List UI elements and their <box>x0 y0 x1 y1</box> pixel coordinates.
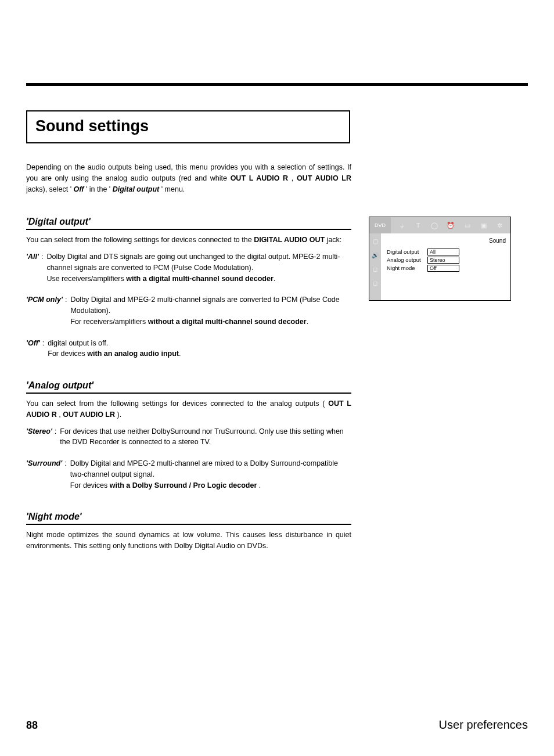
osd-row-label: Digital output <box>387 249 427 256</box>
osd-row: Digital output All <box>387 249 506 256</box>
section-heading: 'Night mode' <box>26 512 351 525</box>
osd-panel-title: Sound <box>387 237 506 245</box>
intro-bold: OUT AUDIO LR <box>297 174 351 182</box>
antenna-icon: ⏚ <box>398 221 406 229</box>
intro-text: , <box>292 174 297 182</box>
osd-top-toolbar: ⏚ T ◯ ⏰ ▭ ▣ ✲ <box>391 217 510 233</box>
video-icon: ▢ <box>371 237 379 245</box>
intro-italic: Digital output <box>113 185 160 193</box>
tuner-icon: T <box>414 221 422 229</box>
timer-icon: ⏰ <box>447 221 455 229</box>
colon: : <box>63 294 70 327</box>
definition-term: 'Stereo' <box>26 426 52 448</box>
section-heading: 'Analog output' <box>26 380 351 394</box>
speaker-icon: 🔊 <box>371 251 379 259</box>
page-title-box: Sound settings <box>26 110 350 143</box>
definition-item: 'Off' : digital output is off. For devic… <box>26 338 351 360</box>
definition-desc: Dolby Digital and MPEG-2 multi-channel a… <box>70 458 351 491</box>
osd-screenshot: DVD ⏚ T ◯ ⏰ ▭ ▣ ✲ ▢ 🔊 ◻ ◻ <box>369 217 511 301</box>
definition-item: 'All' : Dolby Digital and DTS signals ar… <box>26 251 351 284</box>
definition-term: 'Off' <box>26 338 40 360</box>
osd-side-toolbar: ▢ 🔊 ◻ ◻ <box>369 233 381 300</box>
definition-desc: digital output is off. For devices with … <box>48 338 181 360</box>
footer-section-title: User preferences <box>439 718 528 732</box>
setup-icon: ◻ <box>371 279 379 287</box>
colon: : <box>62 458 70 491</box>
section-night-mode: 'Night mode' Night mode optimizes the so… <box>26 512 351 552</box>
section-intro: You can select from the following settin… <box>26 398 351 420</box>
section-heading: 'Digital output' <box>26 217 351 230</box>
osd-row: Night mode Off <box>387 265 506 272</box>
page-title: Sound settings <box>35 117 337 135</box>
page-footer: 88 User preferences <box>26 718 528 732</box>
intro-text: ' menu. <box>161 185 185 193</box>
definition-item: 'PCM only' : Dolby Digital and MPEG-2 mu… <box>26 294 351 327</box>
osd-row: Analog output Stereo <box>387 257 506 264</box>
osd-row-label: Analog output <box>387 257 427 264</box>
section-body: Night mode optimizes the sound dynamics … <box>26 530 351 552</box>
intro-bold: OUT L AUDIO R <box>231 174 289 182</box>
definition-item: 'Stereo' : For devices that use neither … <box>26 426 351 448</box>
intro-text: jacks), select ' <box>26 185 71 193</box>
disc-icon: ◯ <box>430 221 438 229</box>
section-digital-output: 'Digital output' You can select from the… <box>26 217 351 359</box>
section-intro: You can select from the following settin… <box>26 235 351 246</box>
osd-row-label: Night mode <box>387 265 427 272</box>
osd-row-value: All <box>427 249 459 255</box>
intro-italic: Off <box>74 185 84 193</box>
colon: : <box>39 251 46 284</box>
intro-text: ' in the ' <box>86 185 110 193</box>
definition-term: 'Surround' <box>26 458 62 491</box>
lang-icon: ◻ <box>371 265 379 273</box>
definition-desc: For devices that use neither DolbySurrou… <box>60 426 351 448</box>
definition-desc: Dolby Digital and DTS signals are going … <box>46 251 351 284</box>
colon: : <box>40 338 48 360</box>
page-number: 88 <box>26 719 38 732</box>
section-analog-output: 'Analog output' You can select from the … <box>26 380 351 491</box>
definition-item: 'Surround' : Dolby Digital and MPEG-2 mu… <box>26 458 351 491</box>
osd-dvd-label: DVD <box>369 217 391 233</box>
definition-desc: Dolby Digital and MPEG-2 multi-channel s… <box>70 294 351 327</box>
definition-term: 'All' <box>26 251 39 284</box>
screen-icon: ▭ <box>463 221 472 229</box>
colon: : <box>52 426 60 448</box>
osd-row-value: Stereo <box>427 257 459 264</box>
definition-term: 'PCM only' <box>26 294 63 327</box>
top-divider <box>26 83 528 86</box>
intro-paragraph: Depending on the audio outputs being use… <box>26 162 351 195</box>
osd-row-value: Off <box>427 265 459 272</box>
gear-icon: ✲ <box>496 221 504 229</box>
cassette-icon: ▣ <box>480 221 488 229</box>
